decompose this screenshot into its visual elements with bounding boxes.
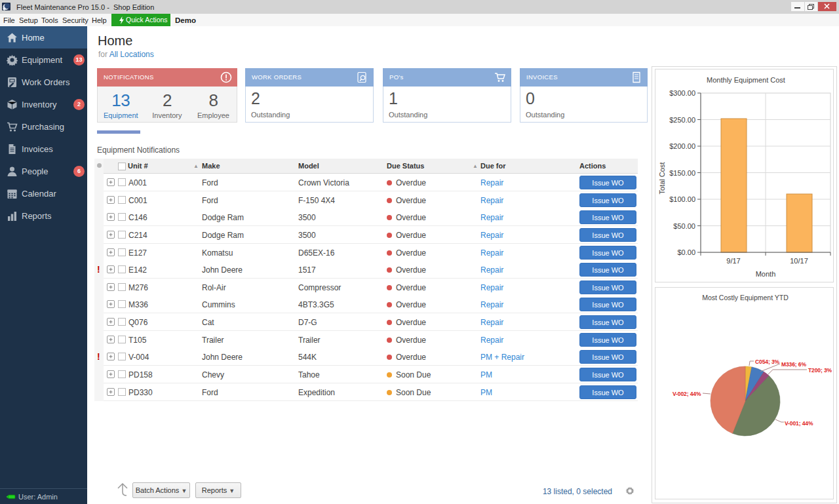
svg-text:V-001; 44%: V-001; 44% — [785, 420, 813, 427]
svg-text:C054; 3%: C054; 3% — [755, 359, 780, 365]
svg-text:10/17: 10/17 — [790, 257, 808, 265]
svg-text:Most Costly Equipment YTD: Most Costly Equipment YTD — [702, 294, 789, 301]
svg-text:$0.00: $0.00 — [677, 248, 695, 256]
svg-text:$200.00: $200.00 — [669, 142, 695, 150]
svg-text:$150.00: $150.00 — [669, 169, 695, 177]
svg-text:$100.00: $100.00 — [669, 195, 695, 203]
svg-text:M336; 6%: M336; 6% — [781, 361, 806, 368]
svg-text:Total Cost: Total Cost — [658, 163, 666, 195]
svg-text:Month: Month — [756, 270, 776, 278]
svg-text:Monthly Equipment Cost: Monthly Equipment Cost — [707, 76, 785, 84]
svg-text:V-002; 44%: V-002; 44% — [673, 391, 701, 397]
svg-text:T200; 3%: T200; 3% — [808, 367, 832, 374]
svg-text:$50.00: $50.00 — [673, 222, 695, 230]
svg-text:9/17: 9/17 — [726, 257, 740, 265]
svg-text:$300.00: $300.00 — [669, 89, 695, 97]
svg-text:$250.00: $250.00 — [669, 116, 695, 124]
